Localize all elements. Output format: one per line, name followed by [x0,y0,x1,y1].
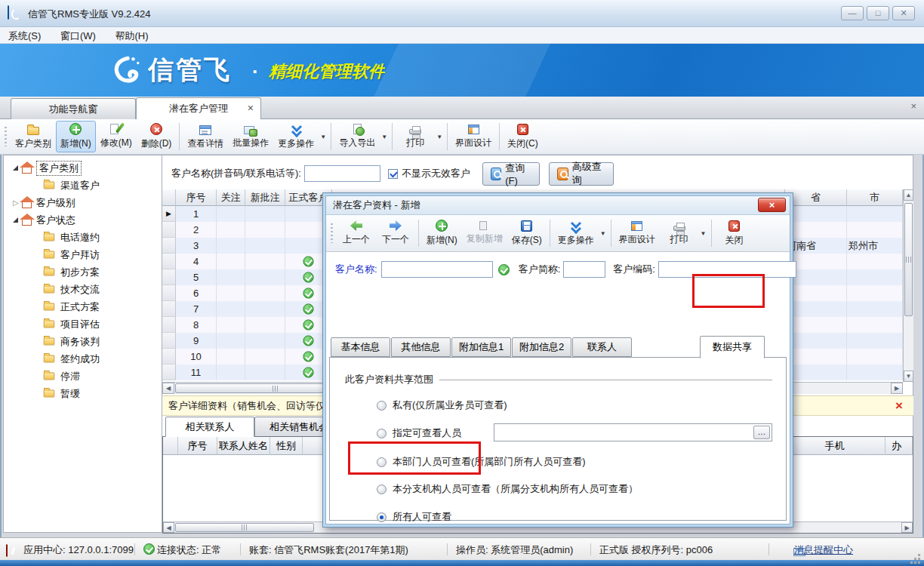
tab-data-sharing[interactable]: 数据共享 [700,336,765,358]
tab-potential-customers[interactable]: 潜在客户管理 × [136,97,261,119]
resize-grip[interactable] [918,554,920,556]
save-button[interactable]: 保存(S) [507,217,547,249]
user-center-button[interactable]: 用户中心 [814,91,853,97]
scroll-right-icon[interactable]: ▶ [901,522,913,533]
more-actions-button[interactable]: 更多操作 [273,121,319,152]
tab-related-contacts[interactable]: 相关联系人 [165,417,254,437]
scroll-left-icon[interactable]: ◀ [163,522,174,533]
scroll-right-icon[interactable]: ▶ [891,383,903,394]
menu-window[interactable]: 窗口(W) [52,27,104,43]
menu-system[interactable]: 系统(S) [0,27,49,43]
view-details-button[interactable]: 查看详情 [183,121,228,152]
tree-item-channel-customer[interactable]: 渠道客户 [43,177,100,193]
tree-item-customer-level[interactable]: ▷客户级别 [13,195,75,211]
dialog-title-bar[interactable]: 潜在客户资料 - 新增 × [326,196,790,215]
tree-item-status[interactable]: 初步方案 [43,264,100,280]
tree-item-status[interactable]: 项目评估 [43,316,100,332]
tree-item-status[interactable]: 暂缓 [43,386,80,401]
workbench-button[interactable]: 我的工作台 [527,91,576,97]
chevron-down-icon[interactable]: ▼ [381,134,387,140]
expander-open-icon[interactable] [13,165,18,171]
tree-item-status[interactable]: 客户拜访 [43,247,100,263]
customer-name-input[interactable] [381,261,493,278]
document-center-button[interactable]: 单据中心 [603,91,642,97]
chevron-down-icon[interactable]: ▼ [600,230,606,237]
tree-item-status[interactable]: 电话邀约 [43,229,100,245]
edit-button[interactable]: 修改(M) [96,121,137,152]
browse-people-button[interactable]: … [753,426,770,439]
column-header[interactable]: 联系人姓名 [217,437,270,455]
ui-design-button[interactable]: 界面设计 [451,121,496,152]
tab-extra-info2[interactable]: 附加信息2 [512,337,571,357]
add-button[interactable]: 新增(N) [56,121,96,152]
advanced-query-button[interactable]: 高级查询 [549,162,614,186]
column-header[interactable]: 关注 [217,189,245,206]
column-header[interactable]: 新批注 [245,189,285,206]
tree-item-status[interactable]: 商务谈判 [43,334,100,349]
tab-other-info[interactable]: 其他信息 [391,337,451,357]
scroll-up-icon[interactable]: ▲ [904,189,913,201]
dialog-close-button[interactable]: × [758,198,786,212]
share-option-branch[interactable]: 本分支机构人员可查看（所属分支机构所有人员可查看） [377,482,638,496]
chevron-down-icon[interactable]: ▼ [320,134,326,140]
scrollbar-thumb[interactable] [904,203,913,316]
scrollbar-thumb[interactable] [175,523,314,532]
radio-icon[interactable] [377,484,387,494]
minimize-button[interactable]: — [841,6,864,20]
menu-help[interactable]: 帮助(H) [107,27,157,43]
vertical-scrollbar[interactable]: ▲ ▼ [903,189,913,382]
radio-icon[interactable] [377,401,387,411]
column-header[interactable]: 省 [785,189,847,206]
tree-item-status[interactable]: 停滞 [43,368,80,384]
tab-contacts[interactable]: 联系人 [572,337,632,357]
tree-item-status[interactable]: 签约成功 [43,351,100,367]
previous-record-button[interactable]: 上一个 [337,217,376,249]
exit-system-button[interactable]: 退出系统 [880,91,919,97]
dialog-close-to-button[interactable]: 关闭 [715,217,754,249]
maximize-button[interactable]: □ [867,6,889,20]
chevron-down-icon[interactable]: ▼ [701,230,707,237]
print-button[interactable]: 打印 [396,121,435,152]
tab-extra-info1[interactable]: 附加信息1 [451,337,511,357]
chevron-down-icon[interactable]: ▼ [436,134,442,140]
change-password-button[interactable]: 修改密码 [670,91,710,97]
customer-category-button[interactable]: 客户类别 [11,121,56,152]
search-input[interactable] [304,165,380,182]
share-option-specified[interactable]: 指定可查看人员 … [377,426,772,440]
radio-icon[interactable] [377,429,387,438]
column-header[interactable]: 手机 [784,437,886,455]
column-header[interactable]: 序号 [178,437,217,455]
delete-button[interactable]: 删除(D) [137,121,177,152]
ui-design-button[interactable]: 界面设计 [614,217,660,249]
tree-item-customer-category[interactable]: 客户类别 [13,160,82,176]
add-button[interactable]: 新增(N) [422,217,462,249]
tab-function-nav[interactable]: 功能导航窗 [11,98,136,119]
expander-closed-icon[interactable]: ▷ [13,198,19,207]
specified-people-input[interactable]: … [494,423,772,441]
column-header[interactable]: 性别 [270,437,303,455]
print-button[interactable]: 打印 [660,217,699,249]
batch-operations-button[interactable]: 批量操作 [228,121,273,152]
tab-basic-info[interactable]: 基本信息 [331,337,390,357]
tree-item-status[interactable]: 正式方案 [43,299,100,315]
scroll-left-icon[interactable]: ◀ [162,383,174,394]
import-export-button[interactable]: 导入导出 [334,121,380,152]
tree-item-status[interactable]: 技术交流 [43,281,100,297]
scroll-down-icon[interactable]: ▼ [904,371,913,382]
hide-invalid-checkbox[interactable] [388,169,398,179]
column-header[interactable]: 办 [886,437,913,455]
query-button[interactable]: 查询(F) [482,162,540,186]
switch-operator-button[interactable]: 更换操作员 [737,91,786,97]
close-page-button[interactable]: 关闭(C) [503,121,543,152]
close-all-tabs-icon[interactable]: × [910,100,916,112]
tree-item-customer-status[interactable]: 客户状态 [13,212,75,228]
expander-open-icon[interactable] [13,217,18,223]
share-option-everyone[interactable]: 所有人可查看 [377,510,451,524]
close-button[interactable]: ✕ [892,6,915,20]
next-record-button[interactable]: 下一个 [376,217,415,249]
radio-icon[interactable] [377,512,387,522]
share-option-private[interactable]: 私有(仅所属业务员可查看) [377,398,507,412]
close-detail-icon[interactable]: × [895,399,903,412]
close-tab-icon[interactable]: × [248,98,254,118]
column-header[interactable]: 市 [847,189,903,206]
